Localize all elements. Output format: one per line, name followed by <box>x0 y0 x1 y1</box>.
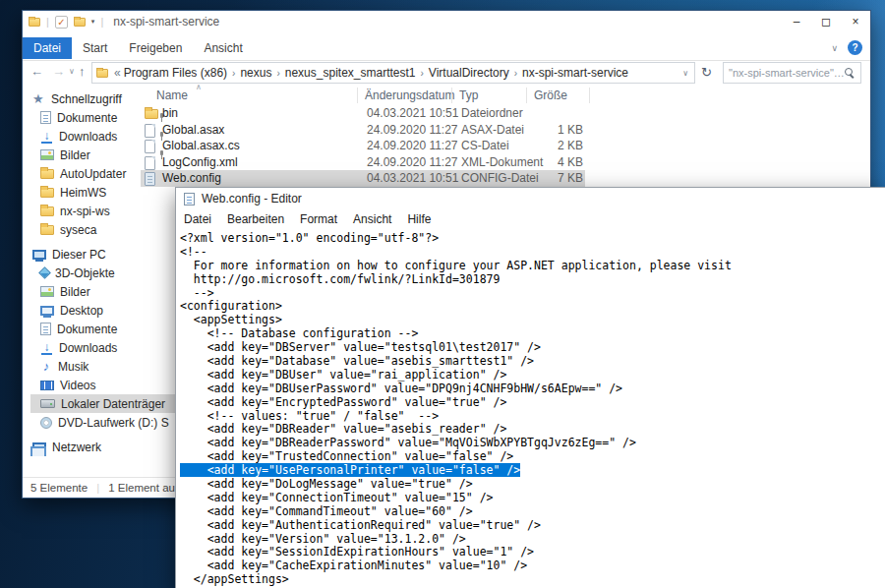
editor-line[interactable]: http://go.microsoft.com/fwlink/?LinkId=3… <box>180 273 885 287</box>
file-date: 24.09.2020 11:27 <box>367 123 458 137</box>
editor-line[interactable]: <!-- <box>180 246 885 260</box>
pic-icon <box>40 149 54 160</box>
help-icon[interactable]: ? <box>848 40 862 55</box>
breadcrumb-segment-nx-spi-smart-service[interactable]: nx-spi-smart-service <box>522 66 628 80</box>
breadcrumb-segment-virtualdirectory[interactable]: VirtualDirectory <box>429 66 509 80</box>
breadcrumb-segment-nexus[interactable]: nexus <box>240 66 271 80</box>
sidebar-item-nx-spi-ws[interactable]: nx-spi-ws <box>30 202 178 220</box>
back-button[interactable]: ← <box>30 64 43 79</box>
editor-line[interactable]: <add key="CacheExpirationMinutes" value=… <box>180 559 885 573</box>
editor-line[interactable]: <add key="DBUser" value="rai_application… <box>180 369 885 382</box>
file-row-global-asax-cs[interactable]: Global.asax.cs24.09.2020 11:27CS-Datei2 … <box>141 138 585 154</box>
file-row-global-asax[interactable]: Global.asax24.09.2020 11:27ASAX-Datei1 K… <box>141 122 585 139</box>
editor-line[interactable]: <add key="UsePersonalPrinter" value="fal… <box>180 464 885 478</box>
ribbon-tab-freigeben[interactable]: Freigeben <box>118 37 193 59</box>
editor-line[interactable]: </appSettings> <box>180 573 885 587</box>
column-header-typ[interactable]: Typ <box>459 88 478 102</box>
ribbon-expand-chevron-icon[interactable]: ∨ <box>831 43 838 53</box>
editor-line[interactable]: <add key="DBUserPassword" value="DPQ9nj4… <box>180 382 885 396</box>
notepad-text-area[interactable]: <?xml version="1.0" encoding="utf-8"?><!… <box>176 229 885 588</box>
minimize-button[interactable]: – <box>782 11 811 31</box>
ribbon-tab-start[interactable]: Start <box>72 37 118 59</box>
column-header-name[interactable]: Name <box>156 88 188 102</box>
menu-item-hilfe[interactable]: Hilfe <box>399 209 439 229</box>
sidebar-group-netzwerk[interactable]: Netzwerk <box>30 438 178 456</box>
folder-icon <box>145 109 158 119</box>
folder-icon <box>40 206 54 216</box>
column-header-gr-e[interactable]: Größe <box>534 88 567 102</box>
editor-line[interactable]: <add key="Database" value="asebis_smartt… <box>180 355 885 369</box>
new-folder-icon[interactable] <box>74 18 86 27</box>
search-input[interactable]: "nx-spi-smart-service" durchs... <box>723 62 861 84</box>
file-name: Web.config <box>162 171 221 185</box>
editor-line[interactable]: <add key="DBReader" value="asebis_reader… <box>180 423 885 437</box>
properties-check-icon[interactable] <box>55 16 68 29</box>
refresh-icon[interactable]: ↻ <box>701 65 712 80</box>
sidebar-item-syseca[interactable]: syseca <box>30 220 178 239</box>
editor-line[interactable]: <add key="DBReaderPassword" value="MqVOi… <box>180 437 885 450</box>
address-bar[interactable]: « Program Files (x86)›nexus›nexus_spitex… <box>91 62 695 84</box>
sidebar-item-videos[interactable]: Videos <box>30 376 178 394</box>
menu-item-bearbeiten[interactable]: Bearbeiten <box>219 209 292 229</box>
recent-locations-chevron-icon[interactable]: ∨ <box>69 67 75 76</box>
sidebar-item-downloads[interactable]: Downloads <box>30 338 178 357</box>
editor-line[interactable]: <add key="DBServer" value="testsql01\tes… <box>180 341 885 355</box>
qat-customize-chevron-icon[interactable]: ▾ <box>91 19 95 25</box>
editor-line[interactable]: <add key="AuthenticationRequired" value=… <box>180 519 885 533</box>
maximize-button[interactable]: ◻ <box>811 11 841 31</box>
editor-line[interactable]: <!-- values: "true" / "false" --> <box>180 410 885 424</box>
menu-item-ansicht[interactable]: Ansicht <box>345 209 399 229</box>
file-icon <box>145 140 155 153</box>
editor-line[interactable]: <add key="DoLogMessage" value="true" /> <box>180 478 885 492</box>
menu-item-datei[interactable]: Datei <box>176 209 219 229</box>
editor-line[interactable]: <add key="ConnectionTimeout" value="15" … <box>180 492 885 505</box>
file-type: ASAX-Datei <box>461 123 524 137</box>
sidebar-item-desktop[interactable]: Desktop <box>30 301 178 320</box>
ribbon-tabs: DateiStartFreigebenAnsicht <box>23 38 254 55</box>
breadcrumb-separator-icon: › <box>509 68 522 79</box>
sidebar-item-lokaler-datentr-ger[interactable]: Lokaler Datenträger <box>30 394 178 413</box>
file-name: Global.asax.cs <box>162 139 240 152</box>
sidebar-group-label: Netzwerk <box>52 441 101 454</box>
editor-line[interactable]: For more information on how to configure… <box>180 260 885 273</box>
breadcrumb-segment-nexus-spitex-smarttest1[interactable]: nexus_spitex_smarttest1 <box>285 66 416 80</box>
file-date: 04.03.2021 10:51 <box>367 106 458 120</box>
editor-line[interactable]: <appSettings> <box>180 314 885 327</box>
editor-line[interactable]: <add key="SessionIdExpirationHours" valu… <box>180 546 885 559</box>
close-button[interactable]: × <box>841 11 870 31</box>
editor-line[interactable]: --> <box>180 287 885 301</box>
editor-line[interactable]: <add key="TrustedConnection" value="fals… <box>180 450 885 464</box>
editor-line[interactable]: <configuration> <box>180 300 885 314</box>
editor-line[interactable]: <add key="Version" value="13.1.2.0" /> <box>180 533 885 547</box>
sidebar-item-label: Downloads <box>59 130 117 144</box>
editor-line[interactable]: <add key="EncryptedPassword" value="true… <box>180 396 885 410</box>
column-header-nderungsdatum[interactable]: Änderungsdatum <box>365 88 454 102</box>
selected-text: <add key="UsePersonalPrinter" value="fal… <box>180 463 520 477</box>
sidebar-item-label: syseca <box>60 223 96 237</box>
up-button[interactable]: ↑ <box>79 64 86 79</box>
breadcrumb-segment-program-files-x86[interactable]: Program Files (x86) <box>124 66 227 80</box>
file-row-logconfig-xml[interactable]: LogConfig.xml24.09.2020 11:27XML-Dokumen… <box>141 154 585 171</box>
pic-icon <box>40 286 54 297</box>
editor-line[interactable]: <add key="CommandTimeout" value="60" /> <box>180 505 885 519</box>
ribbon-tab-ansicht[interactable]: Ansicht <box>193 37 253 59</box>
forward-button[interactable]: → <box>52 64 65 79</box>
sidebar-item-3d-objekte[interactable]: 3D-Objekte <box>30 264 178 282</box>
editor-line[interactable]: <!-- Database configuration --> <box>180 327 885 341</box>
sidebar-group-dieser-pc[interactable]: Dieser PC <box>30 245 178 264</box>
file-row-web-config[interactable]: Web.config04.03.2021 10:51CONFIG-Datei7 … <box>141 170 585 187</box>
folder-icon <box>40 169 54 179</box>
search-icon[interactable] <box>845 68 856 79</box>
sidebar-item-musik[interactable]: Musik <box>30 357 178 376</box>
editor-line[interactable]: <?xml version="1.0" encoding="utf-8"?> <box>180 232 885 246</box>
ribbon-tab-datei[interactable]: Datei <box>23 37 72 59</box>
menu-item-format[interactable]: Format <box>292 209 345 229</box>
sidebar-item-dvd-laufwerk-d-s[interactable]: DVD-Laufwerk (D:) S <box>30 413 178 432</box>
file-icon <box>145 156 155 170</box>
sidebar-item-bilder[interactable]: Bilder <box>30 282 178 301</box>
address-dropdown-chevron-icon[interactable]: ∨ <box>682 69 690 78</box>
notepad-icon <box>184 193 195 206</box>
doc-icon <box>40 323 51 335</box>
file-row-bin[interactable]: bin04.03.2021 10:51Dateiordner <box>141 105 585 122</box>
sidebar-item-dokumente[interactable]: Dokumente <box>30 320 178 338</box>
